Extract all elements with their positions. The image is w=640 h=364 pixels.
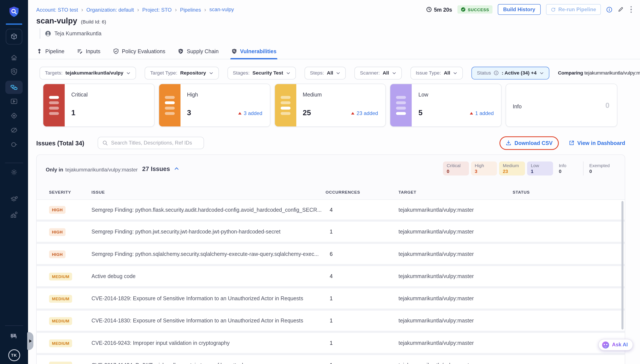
tab-label: Supply Chain [187, 48, 219, 54]
info-icon[interactable] [606, 6, 612, 13]
tab-supply-chain[interactable]: Supply Chain [178, 44, 219, 59]
chevron-down-icon [209, 71, 213, 75]
added-link[interactable]: 1 added [470, 110, 494, 116]
sidebar-item-scans[interactable] [0, 68, 28, 76]
issue-title: CVE-2017-11424: PyJWT mishandles certain… [92, 362, 326, 364]
policy-shield-icon [113, 48, 119, 54]
filter-target-type[interactable]: Target Type: Repository [145, 66, 219, 79]
group-issue-count[interactable]: 27 Issues [142, 165, 179, 172]
tab-label: Inputs [86, 48, 101, 54]
sidebar-item-help-chat[interactable]: ? [0, 332, 28, 341]
tab-pipeline[interactable]: Pipeline [36, 44, 65, 59]
chip-value: 23 [503, 169, 521, 174]
breadcrumb: Account: STO test Organization: default … [36, 6, 234, 13]
main-content: Account: STO test Organization: default … [28, 0, 640, 364]
pipeline-icon [36, 48, 43, 54]
filter-issue-type[interactable]: Issue Type: All [410, 66, 463, 79]
table-row[interactable]: MEDIUM CVE-2016-9243: Improper input val… [37, 333, 625, 353]
added-link[interactable]: 3 added [238, 110, 262, 116]
sidebar-item-token[interactable] [0, 140, 28, 148]
search-input[interactable] [111, 140, 200, 146]
severity-badge: HIGH [49, 250, 66, 258]
breadcrumb-project[interactable]: Project: STO [142, 6, 180, 13]
triangle-up-icon [470, 112, 473, 114]
severity-card-critical[interactable]: Critical 1 [43, 84, 155, 127]
chevron-up-icon [174, 166, 179, 172]
build-history-button[interactable]: Build History [498, 4, 541, 15]
filter-steps[interactable]: Steps: All [304, 66, 346, 79]
rerun-pipeline-button[interactable]: Re-run Pipeline [546, 4, 601, 15]
edit-pencil-icon[interactable] [617, 7, 623, 12]
chip-value: 0 [559, 169, 577, 174]
filter-stages[interactable]: Stages: Security Test [227, 66, 296, 79]
sidebar-item-exemptions[interactable] [0, 126, 28, 134]
sidebar-item-home[interactable] [0, 54, 28, 62]
chevron-down-icon [126, 71, 131, 75]
severity-card-info[interactable]: Info 0 [506, 84, 617, 127]
sidebar-item-pipelines[interactable] [0, 81, 28, 94]
left-nav-sidebar: ? TK [0, 0, 28, 364]
table-row[interactable]: MEDIUM CVE-2017-11424: PyJWT mishandles … [37, 355, 625, 364]
collapse-arrow-icon [29, 340, 32, 343]
sidebar-collapse-handle[interactable] [27, 332, 34, 350]
filter-value: Repository [180, 70, 206, 76]
sidebar-item-default-settings[interactable] [0, 195, 28, 204]
card-label: Info [513, 104, 521, 110]
severity-card-medium[interactable]: Medium 25 23 added [274, 84, 386, 127]
ask-ai-button[interactable]: Ask AI [598, 339, 633, 351]
breadcrumb-organization[interactable]: Organization: default [87, 6, 143, 13]
card-count: 3 [187, 109, 191, 118]
breadcrumb-pipelines[interactable]: Pipelines [180, 6, 209, 13]
chip-label: Low [531, 163, 549, 168]
table-row[interactable]: HIGH Semgrep Finding: python.sqlalchemy.… [37, 244, 625, 264]
filter-label: Steps: [310, 70, 324, 76]
occurrences: 1 [326, 228, 398, 235]
tab-policy-evaluations[interactable]: Policy Evaluations [113, 44, 165, 59]
chip-label: High [475, 163, 493, 168]
search-icon [102, 140, 108, 146]
col-occurrences: OCCURRENCES [326, 190, 398, 194]
sidebar-item-executions[interactable] [0, 97, 28, 105]
user-avatar[interactable]: TK [0, 349, 28, 361]
sidebar-item-targets[interactable] [0, 112, 28, 120]
issues-panel: Only in tejakummarikuntla/vulpy:master 2… [36, 154, 625, 364]
tab-inputs[interactable]: Inputs [77, 44, 101, 59]
duration-text: 5m 20s [434, 6, 452, 13]
view-in-dashboard-button[interactable]: View in Dashboard [569, 140, 625, 146]
eye-off-icon [10, 126, 18, 134]
breadcrumb-current: scan-vulpy [209, 7, 234, 12]
issue-title: CVE-2014-1829: Exposure of Sensitive Inf… [92, 295, 326, 302]
filter-targets[interactable]: Targets: tejakummarikuntla/vulpy [40, 66, 136, 79]
tab-label: Policy Evaluations [122, 48, 165, 54]
tab-vulnerabilities[interactable]: Vulnerabilities [231, 44, 276, 59]
sidebar-item-settings[interactable] [0, 168, 28, 176]
download-csv-button[interactable]: Download CSV [506, 140, 552, 146]
sidebar-item-org-settings[interactable] [0, 210, 28, 219]
table-row[interactable]: MEDIUM Active debug code 4 tejakummariku… [37, 266, 625, 286]
added-link[interactable]: 23 added [351, 110, 378, 116]
filter-status[interactable]: Status : Active (34) +4 [471, 66, 549, 79]
layers-gear-icon [10, 195, 18, 204]
table-row[interactable]: HIGH Semgrep Finding: python.flask.secur… [37, 200, 625, 220]
table-row[interactable]: HIGH Semgrep Finding: python.jwt.securit… [37, 222, 625, 242]
only-in-label: Only in tejakummarikuntla/vulpy:master [46, 167, 138, 173]
tab-label: Vulnerabilities [240, 48, 276, 54]
filter-scanner[interactable]: Scanner: All [355, 66, 402, 79]
issue-title: Semgrep Finding: python.sqlalchemy.secur… [92, 251, 326, 257]
table-scrollbar[interactable] [621, 201, 624, 330]
more-options-menu-icon[interactable] [628, 5, 633, 14]
chip-value: 0 [589, 169, 611, 174]
gear-icon [10, 168, 18, 176]
issues-search[interactable] [98, 137, 204, 149]
table-row[interactable]: MEDIUM CVE-2014-1829: Exposure of Sensit… [37, 288, 625, 309]
breadcrumb-account[interactable]: Account: STO test [36, 6, 86, 13]
table-row[interactable]: MEDIUM CVE-2014-1830: Exposure of Sensit… [37, 310, 625, 331]
filter-label: Status [477, 70, 491, 76]
occurrences: 1 [326, 295, 398, 302]
svg-text:?: ? [12, 334, 14, 337]
person-icon [45, 30, 51, 37]
severity-card-low[interactable]: Low 5 1 added [390, 84, 502, 127]
severity-card-high[interactable]: High 3 3 added [159, 84, 270, 127]
sto-logo [0, 6, 28, 18]
sidebar-item-module-selector[interactable] [0, 29, 28, 44]
